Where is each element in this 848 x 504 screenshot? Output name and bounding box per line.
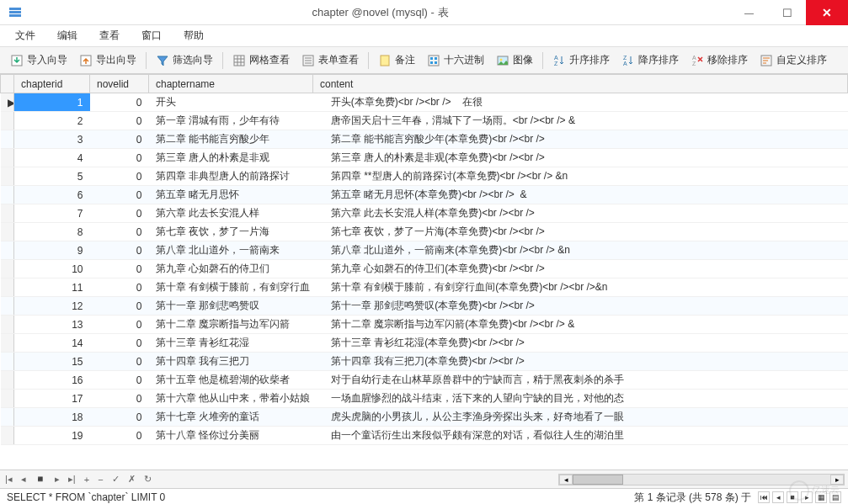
cell-content[interactable]: 第八章 北山道外，一箭南来(本章免费)<br /><br /> &n [313,241,848,260]
hex-button[interactable]: 十六进制 [422,50,489,70]
cell-chaptername[interactable]: 第二章 能书能言穷酸少年 [149,130,313,149]
scroll-right-button[interactable]: ▸ [830,475,844,485]
menu-file[interactable]: 文件 [5,25,45,46]
cell-chaptername[interactable]: 第十五章 他是梳碧湖的砍柴者 [149,371,313,390]
export-wizard-button[interactable]: 导出向导 [74,50,141,70]
status-page-next-icon[interactable]: ▸ [801,491,813,503]
cell-chapterid[interactable]: 15 [14,353,90,371]
cell-novelid[interactable]: 0 [90,149,149,167]
cell-novelid[interactable]: 0 [90,353,149,371]
minimize-button[interactable] [730,0,768,25]
cell-chaptername[interactable]: 第四章 非典型唐人的前路探讨 [149,167,313,186]
cell-novelid[interactable]: 0 [90,223,149,241]
table-row[interactable]: ▶10开头 开头(本章免费)<br /><br /> 在很 [1,93,848,112]
cell-content[interactable]: 第六章 此去长安混人样(本章免费)<br /><br /> [313,204,848,223]
cell-chapterid[interactable]: 3 [14,130,90,149]
cell-chapterid[interactable]: 14 [14,334,90,353]
scroll-left-button[interactable]: ◂ [559,475,573,485]
import-wizard-button[interactable]: 导入向导 [5,50,72,70]
filter-wizard-button[interactable]: 筛选向导 [151,50,218,70]
remove-sort-button[interactable]: AZ 移除排序 [685,50,753,70]
cell-chaptername[interactable]: 第七章 夜饮，梦了一片海 [149,223,313,241]
grid-view-button[interactable]: 网格查看 [227,50,295,70]
menu-view[interactable]: 查看 [89,25,130,46]
cell-chaptername[interactable]: 第六章 此去长安混人样 [149,204,313,223]
cell-chaptername[interactable]: 第十二章 魔宗断指与边军闪箭 [149,316,313,334]
table-row[interactable]: 170第十六章 他从山中来，带着小姑娘 一场血腥惨烈的战斗结束，活下来的人望向宁… [1,390,848,408]
cell-chapterid[interactable]: 7 [14,204,90,223]
cell-content[interactable]: 第三章 唐人的朴素是非观(本章免费)<br /><br /> [313,149,848,167]
table-row[interactable]: 70第六章 此去长安混人样 第六章 此去长安混人样(本章免费)<br /><br… [1,204,848,223]
cell-novelid[interactable]: 0 [90,334,149,353]
cell-content[interactable]: 第四章 **型唐人的前路探讨(本章免费)<br /><br /> &n [313,167,848,186]
status-page-stop-icon[interactable]: ■ [787,491,798,503]
table-row[interactable]: 60第五章 睹无月思怀 第五章 睹无月思怀(本章免费)<br /><br /> … [1,186,848,204]
cell-chaptername[interactable]: 第十四章 我有三把刀 [149,353,313,371]
table-row[interactable]: 180第十七章 火堆旁的童话 虎头虎脑的小男孩儿，从公主李渔身旁探出头来，好奇地… [1,408,848,427]
cell-novelid[interactable]: 0 [90,167,149,186]
cell-content[interactable]: 第十四章 我有三把刀(本章免费)<br /><br /> [313,353,848,371]
cell-content[interactable]: 对于自幼行走在山林草原兽群中的宁缺而言，精于黑夜刺杀的杀手 [313,371,848,390]
cell-chaptername[interactable]: 第十七章 火堆旁的童话 [149,408,313,427]
sort-desc-button[interactable]: ZA 降序排序 [616,50,684,70]
cell-chapterid[interactable]: 18 [14,408,90,427]
cell-chapterid[interactable]: 17 [14,390,90,408]
status-page-prev-icon[interactable]: ◂ [772,491,784,503]
cell-chaptername[interactable]: 第三章 唐人的朴素是非观 [149,149,313,167]
nav-stop[interactable]: ◾ [33,474,48,485]
cell-novelid[interactable]: 0 [90,390,149,408]
close-button[interactable] [806,0,848,25]
table-row[interactable]: 50第四章 非典型唐人的前路探讨 第四章 **型唐人的前路探讨(本章免费)<br… [1,167,848,186]
cell-content[interactable]: 第五章 睹无月思怀(本章免费)<br /><br /> & [313,186,848,204]
cell-chaptername[interactable]: 第九章 心如磬石的侍卫们 [149,260,313,279]
nav-first[interactable]: |◂ [3,474,14,485]
table-row[interactable]: 120第十一章 那剑悲鸣赞叹 第十一章 那剑悲鸣赞叹(本章免费)<br /><b… [1,297,848,316]
cell-chapterid[interactable]: 12 [14,297,90,316]
status-page-form-icon[interactable]: ▤ [829,491,841,503]
table-row[interactable]: 80第七章 夜饮，梦了一片海 第七章 夜饮，梦了一片海(本章免费)<br /><… [1,223,848,241]
cell-novelid[interactable]: 0 [90,204,149,223]
table-row[interactable]: 150第十四章 我有三把刀 第十四章 我有三把刀(本章免费)<br /><br … [1,353,848,371]
cell-content[interactable]: 开头(本章免费)<br /><br /> 在很 [313,93,848,112]
nav-refresh[interactable]: ↻ [142,474,153,485]
data-grid[interactable]: chapterid novelid chaptername content ▶1… [0,74,848,470]
cell-chapterid[interactable]: 9 [14,241,90,260]
cell-novelid[interactable]: 0 [90,186,149,204]
status-page-first-icon[interactable]: ⏮ [758,491,770,503]
cell-novelid[interactable]: 0 [90,408,149,427]
image-button[interactable]: 图像 [491,50,538,70]
cell-chaptername[interactable]: 开头 [149,93,313,112]
cell-novelid[interactable]: 0 [90,279,149,297]
cell-chaptername[interactable]: 第十八章 怪你过分美丽 [149,427,313,445]
cell-chapterid[interactable]: 1 [14,93,90,112]
nav-prev[interactable]: ◂ [19,474,28,485]
col-chapterid-header[interactable]: chapterid [14,75,90,93]
menu-edit[interactable]: 编辑 [47,25,88,46]
menu-window[interactable]: 窗口 [131,25,172,46]
cell-content[interactable]: 第十一章 那剑悲鸣赞叹(本章免费)<br /><br /> [313,297,848,316]
table-row[interactable]: 30第二章 能书能言穷酸少年 第二章 能书能言穷酸少年(本章免费)<br /><… [1,130,848,149]
cell-chapterid[interactable]: 11 [14,279,90,297]
scroll-thumb[interactable] [573,475,623,485]
maximize-button[interactable] [768,0,806,25]
cell-novelid[interactable]: 0 [90,371,149,390]
menu-help[interactable]: 帮助 [173,25,214,46]
cell-novelid[interactable]: 0 [90,427,149,445]
nav-next[interactable]: ▸ [53,474,61,485]
table-row[interactable]: 100第九章 心如磬石的侍卫们 第九章 心如磬石的侍卫们(本章免费)<br />… [1,260,848,279]
nav-del[interactable]: − [96,475,104,485]
table-row[interactable]: 140第十三章 青衫红花湿 第十三章 青衫红花湿(本章免费)<br /><br … [1,334,848,353]
sort-asc-button[interactable]: AZ 升序排序 [547,50,615,70]
cell-chapterid[interactable]: 6 [14,186,90,204]
table-row[interactable]: 160第十五章 他是梳碧湖的砍柴者 对于自幼行走在山林草原兽群中的宁缺而言，精于… [1,371,848,390]
cell-chaptername[interactable]: 第十三章 青衫红花湿 [149,334,313,353]
table-row[interactable]: 110第十章 有剑横于膝前，有剑穿行血 第十章 有剑横于膝前，有剑穿行血间(本章… [1,279,848,297]
table-row[interactable]: 190第十八章 怪你过分美丽 由一个童话衍生出来段似乎颇有深意的对话，看似往人生… [1,427,848,445]
cell-content[interactable]: 第十章 有剑横于膝前，有剑穿行血间(本章免费)<br /><br />&n [313,279,848,297]
cell-novelid[interactable]: 0 [90,112,149,130]
status-page-grid-icon[interactable]: ▦ [815,491,827,503]
custom-sort-button[interactable]: 自定义排序 [755,50,832,70]
cell-content[interactable]: 虎头虎脑的小男孩儿，从公主李渔身旁探出头来，好奇地看了一眼 [313,408,848,427]
cell-chapterid[interactable]: 4 [14,149,90,167]
form-view-button[interactable]: 表单查看 [296,50,364,70]
